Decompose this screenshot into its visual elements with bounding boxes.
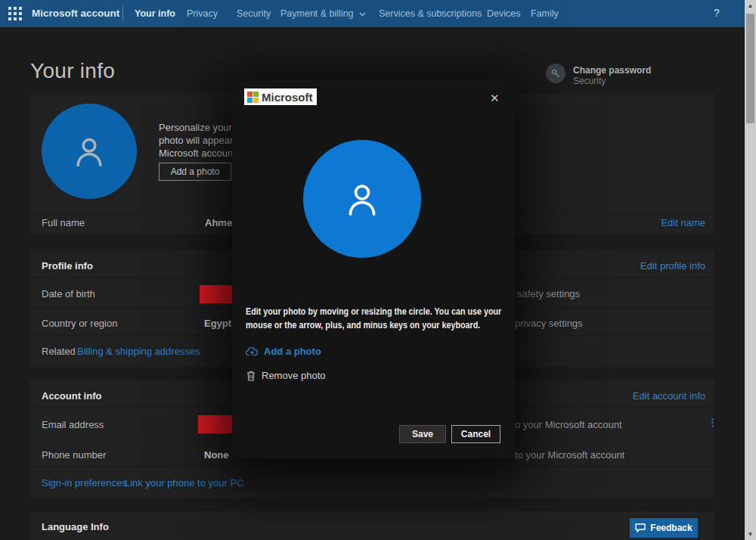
brand-microsoft-account[interactable]: Microsoft account xyxy=(32,8,119,19)
chevron-down-icon xyxy=(359,12,366,17)
scrollbar-thumb[interactable] xyxy=(746,14,754,123)
scrollbar-up-arrow-icon[interactable]: ▲ xyxy=(745,0,756,11)
top-navigation-bar: Microsoft account Your info Privacy Secu… xyxy=(0,0,756,27)
phone-number-value: None xyxy=(204,449,229,461)
scrollbar-down-arrow-icon[interactable]: ▼ xyxy=(745,529,756,540)
modal-add-photo-link[interactable]: Add a photo xyxy=(246,346,321,357)
country-region-value: Egypt xyxy=(204,318,231,329)
nav-privacy[interactable]: Privacy xyxy=(187,8,218,19)
photo-crop-circle[interactable] xyxy=(303,140,421,258)
edit-photo-modal: Microsoft ✕ Edit your photo by moving or… xyxy=(232,79,515,458)
feedback-label: Feedback xyxy=(650,523,692,533)
app-launcher-waffle-icon[interactable] xyxy=(8,7,22,23)
billing-shipping-addresses-link[interactable]: Billing & shipping addresses xyxy=(77,346,200,357)
nav-devices[interactable]: Devices xyxy=(487,8,520,19)
trash-icon xyxy=(246,371,256,381)
email-address-label: Email address xyxy=(42,419,104,430)
save-button[interactable]: Save xyxy=(399,425,446,443)
modal-remove-photo-label: Remove photo xyxy=(262,370,326,381)
person-icon xyxy=(70,132,109,171)
edit-profile-info-link[interactable]: Edit profile info xyxy=(640,260,705,272)
nav-payment-billing[interactable]: Payment & billing xyxy=(280,8,366,19)
language-info-title: Language Info xyxy=(42,521,109,532)
microsoft-account-page: Microsoft account Your info Privacy Secu… xyxy=(0,0,756,540)
nav-divider xyxy=(122,6,123,21)
personalize-text-line3: Microsoft account. xyxy=(159,147,239,159)
date-of-birth-label: Date of birth xyxy=(42,288,95,299)
microsoft-account-fragment-2: to your Microsoft account xyxy=(515,449,624,461)
microsoft-logo: Microsoft xyxy=(244,88,317,105)
edit-account-info-link[interactable]: Edit account info xyxy=(633,390,705,402)
microsoft-logo-text: Microsoft xyxy=(262,91,313,104)
more-options-ellipsis-icon[interactable]: ⋮ xyxy=(708,417,717,428)
change-password-label: Change password xyxy=(573,65,651,76)
full-name-label: Full name xyxy=(42,217,85,228)
edit-photo-instruction-line1: Edit your photo by moving or resizing th… xyxy=(246,306,501,317)
nav-security[interactable]: Security xyxy=(237,8,271,19)
safety-settings-fragment[interactable]: safety settings xyxy=(517,288,580,299)
sign-in-preferences-link[interactable]: Sign-in preferences xyxy=(42,477,127,489)
add-photo-button[interactable]: Add a photo xyxy=(159,163,231,181)
nav-your-info[interactable]: Your info xyxy=(135,8,175,19)
privacy-settings-fragment[interactable]: privacy settings xyxy=(515,318,583,329)
personalize-text-line2: photo will appear o xyxy=(159,135,241,146)
speech-bubble-icon xyxy=(635,523,646,532)
phone-number-label: Phone number xyxy=(42,449,106,461)
close-icon[interactable]: ✕ xyxy=(490,92,500,105)
feedback-button[interactable]: Feedback xyxy=(630,518,698,538)
country-region-label: Country or region xyxy=(42,318,117,329)
change-password-shortcut[interactable]: Change password Security xyxy=(546,64,682,86)
cancel-button[interactable]: Cancel xyxy=(451,425,500,443)
person-icon xyxy=(339,176,385,222)
change-password-subtitle: Security xyxy=(573,76,606,86)
language-info-card: Language Info Feedback xyxy=(30,511,714,540)
nav-family[interactable]: Family xyxy=(531,8,559,19)
row-divider xyxy=(30,466,714,467)
profile-avatar[interactable] xyxy=(42,104,137,199)
nav-services-subscriptions[interactable]: Services & subscriptions xyxy=(379,8,482,19)
edit-name-link[interactable]: Edit name xyxy=(661,217,705,228)
key-icon xyxy=(546,64,565,83)
microsoft-logo-squares-icon xyxy=(247,92,259,103)
edit-photo-instruction-line2: mouse or the arrow, plus, and minus keys… xyxy=(246,320,480,331)
modal-add-photo-label: Add a photo xyxy=(264,346,321,357)
link-phone-to-pc-link[interactable]: Link your phone to your PC xyxy=(125,477,244,489)
related-label: Related xyxy=(42,346,76,357)
nav-payment-billing-label: Payment & billing xyxy=(280,8,354,19)
modal-remove-photo-link[interactable]: Remove photo xyxy=(246,370,326,381)
page-title: Your info xyxy=(30,59,115,83)
cloud-upload-icon xyxy=(246,346,259,356)
help-icon[interactable]: ? xyxy=(714,7,720,19)
profile-info-title: Profile info xyxy=(42,260,93,272)
account-info-title: Account info xyxy=(42,390,101,402)
microsoft-account-fragment-1: o your Microsoft account xyxy=(515,419,622,430)
vertical-scrollbar[interactable]: ▲ ▼ xyxy=(745,0,756,540)
